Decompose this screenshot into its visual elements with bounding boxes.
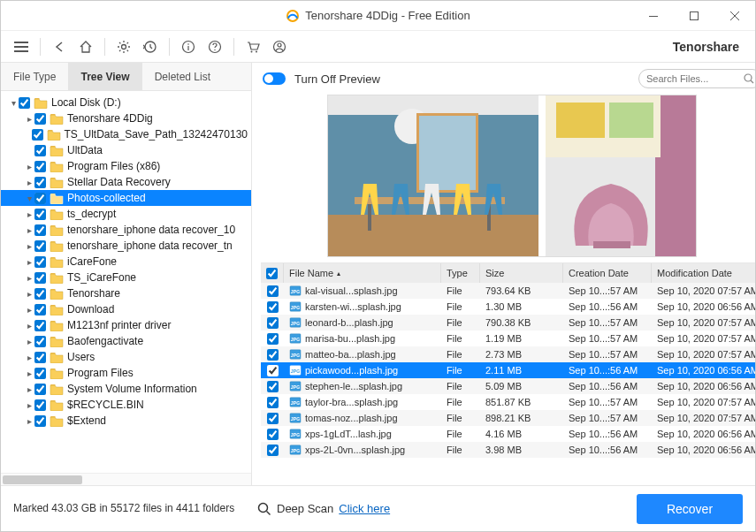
tree-item-checkbox[interactable] xyxy=(34,224,46,236)
tree-horizontal-scrollbar[interactable] xyxy=(1,473,251,485)
tree-item-checkbox[interactable] xyxy=(19,97,30,109)
tree-item-checkbox[interactable] xyxy=(34,256,46,268)
tree-item-checkbox[interactable] xyxy=(34,193,46,204)
header-modification-date[interactable]: Modification Date xyxy=(652,263,756,283)
tree-item[interactable]: ▸Program Files (x86) xyxy=(1,158,251,174)
tab-file-type[interactable]: File Type xyxy=(1,63,68,90)
header-filename[interactable]: File Name▴ xyxy=(284,263,441,283)
tree-item-checkbox[interactable] xyxy=(34,415,46,427)
file-row[interactable]: JPGtaylor-bra...splash.jpgFile851.87 KBS… xyxy=(261,394,756,410)
file-row[interactable]: JPGtomas-noz...plash.jpgFile898.21 KBSep… xyxy=(261,410,756,426)
tree-caret-icon[interactable]: ▸ xyxy=(24,369,34,378)
tree-caret-icon[interactable]: ▾ xyxy=(24,194,34,203)
file-row[interactable]: JPGkal-visual...splash.jpgFile793.64 KBS… xyxy=(261,283,756,299)
file-row-checkbox[interactable] xyxy=(267,365,279,376)
tree-item-checkbox[interactable] xyxy=(34,399,46,411)
file-row-checkbox[interactable] xyxy=(267,333,279,345)
file-row[interactable]: JPGmatteo-ba...plash.jpgFile2.73 MBSep 1… xyxy=(261,346,756,362)
file-row[interactable]: JPGxps-1gLdT...lash.jpgFile4.16 MBSep 10… xyxy=(261,426,756,442)
tree-item[interactable]: UltData xyxy=(1,142,251,158)
tree-caret-icon[interactable]: ▸ xyxy=(24,257,34,267)
tree-item-checkbox[interactable] xyxy=(34,320,46,331)
recover-button[interactable]: Recover xyxy=(637,494,743,524)
tree-item[interactable]: ▸Baofengactivate xyxy=(1,333,251,349)
select-all-checkbox[interactable] xyxy=(266,268,278,279)
file-row[interactable]: JPGleonard-b...plash.jpgFile790.38 KBSep… xyxy=(261,315,756,331)
settings-button[interactable] xyxy=(111,34,137,60)
tree-item[interactable]: ▸tenorshare_iphone data recover_tn xyxy=(1,238,251,254)
file-row[interactable]: JPGkarsten-wi...splash.jpgFile1.30 MBSep… xyxy=(261,299,756,315)
menu-button[interactable] xyxy=(8,34,34,60)
tree-item[interactable]: ▸Tenorshare 4DDig xyxy=(1,110,251,126)
history-button[interactable] xyxy=(137,34,164,60)
file-row-checkbox[interactable] xyxy=(267,381,279,392)
tree-item-checkbox[interactable] xyxy=(34,177,46,188)
tree-item[interactable]: ▸Program Files xyxy=(1,365,251,381)
tree-item-checkbox[interactable] xyxy=(34,304,46,315)
header-creation-date[interactable]: Creation Date xyxy=(563,263,652,283)
deep-scan-link[interactable]: Click here xyxy=(339,502,390,515)
account-button[interactable] xyxy=(266,34,293,60)
preview-toggle[interactable] xyxy=(263,72,286,85)
tree-item[interactable]: ▸$RECYCLE.BIN xyxy=(1,397,251,413)
tree-item[interactable]: ▸System Volume Information xyxy=(1,381,251,397)
tree-item[interactable]: ▾Photos-collected xyxy=(1,190,251,206)
search-box[interactable] xyxy=(638,69,756,88)
cart-button[interactable] xyxy=(240,34,266,60)
tree-item[interactable]: ▾Local Disk (D:) xyxy=(1,95,251,110)
tree-caret-icon[interactable]: ▸ xyxy=(24,321,34,331)
tree-caret-icon[interactable]: ▸ xyxy=(24,162,34,171)
tree-item-checkbox[interactable] xyxy=(34,161,46,172)
tree-item-checkbox[interactable] xyxy=(34,272,46,284)
tree-item-checkbox[interactable] xyxy=(34,209,46,220)
tree-caret-icon[interactable]: ▸ xyxy=(24,225,34,235)
tree-item[interactable]: ▸$Extend xyxy=(1,413,251,429)
header-size[interactable]: Size xyxy=(480,263,563,283)
tree-item[interactable]: ▸Stellar Data Recovery xyxy=(1,174,251,190)
search-input[interactable] xyxy=(646,73,740,84)
tree-caret-icon[interactable]: ▾ xyxy=(8,98,19,108)
minimize-button[interactable] xyxy=(633,1,674,31)
file-row-checkbox[interactable] xyxy=(267,397,279,408)
tree-item-checkbox[interactable] xyxy=(34,240,46,252)
header-checkbox-cell[interactable] xyxy=(261,263,284,283)
file-row[interactable]: JPGmarisa-bu...plash.jpgFile1.19 MBSep 1… xyxy=(261,331,756,346)
file-row-checkbox[interactable] xyxy=(267,429,279,440)
tree-item[interactable]: ▸M1213nf printer driver xyxy=(1,317,251,333)
tree-item-checkbox[interactable] xyxy=(34,368,46,379)
tree-caret-icon[interactable]: ▸ xyxy=(24,353,34,362)
tree-item[interactable]: ▸Users xyxy=(1,349,251,365)
close-button[interactable] xyxy=(714,1,755,31)
maximize-button[interactable] xyxy=(674,1,714,31)
tree-item[interactable]: ▸iCareFone xyxy=(1,254,251,270)
tree-item[interactable]: ▸ts_decrypt xyxy=(1,206,251,222)
header-type[interactable]: Type xyxy=(441,263,480,283)
file-row-checkbox[interactable] xyxy=(267,301,279,313)
home-button[interactable] xyxy=(73,34,99,60)
help-button[interactable] xyxy=(202,34,228,60)
tree-caret-icon[interactable]: ▸ xyxy=(24,384,34,394)
tree-item[interactable]: ▸Tenorshare xyxy=(1,285,251,301)
tree-caret-icon[interactable]: ▸ xyxy=(24,305,34,315)
tree-item[interactable]: ▸tenorshare_iphone data recover_10 xyxy=(1,222,251,238)
file-row-checkbox[interactable] xyxy=(267,317,279,329)
file-row-checkbox[interactable] xyxy=(267,285,279,297)
tree-item-checkbox[interactable] xyxy=(32,129,43,141)
tree-caret-icon[interactable]: ▸ xyxy=(24,178,34,187)
tab-tree-view[interactable]: Tree View xyxy=(68,63,141,90)
tree-item-checkbox[interactable] xyxy=(34,113,46,125)
tree-item[interactable]: ▸TS_iCareFone xyxy=(1,270,251,285)
file-row-checkbox[interactable] xyxy=(267,349,279,361)
tree-caret-icon[interactable]: ▸ xyxy=(24,241,34,251)
tree-item-checkbox[interactable] xyxy=(34,352,46,363)
folder-tree[interactable]: ▾Local Disk (D:)▸Tenorshare 4DDigTS_UltD… xyxy=(1,91,251,473)
tree-caret-icon[interactable]: ▸ xyxy=(24,209,34,219)
tree-caret-icon[interactable]: ▸ xyxy=(24,400,34,410)
file-row[interactable]: JPGpickawood...plash.jpgFile2.11 MBSep 1… xyxy=(261,362,756,378)
tree-item-checkbox[interactable] xyxy=(34,145,46,156)
tree-item-checkbox[interactable] xyxy=(34,288,46,300)
tree-caret-icon[interactable]: ▸ xyxy=(24,273,34,283)
file-row-checkbox[interactable] xyxy=(267,445,279,456)
info-button[interactable] xyxy=(175,34,202,60)
tree-caret-icon[interactable]: ▸ xyxy=(24,337,34,346)
